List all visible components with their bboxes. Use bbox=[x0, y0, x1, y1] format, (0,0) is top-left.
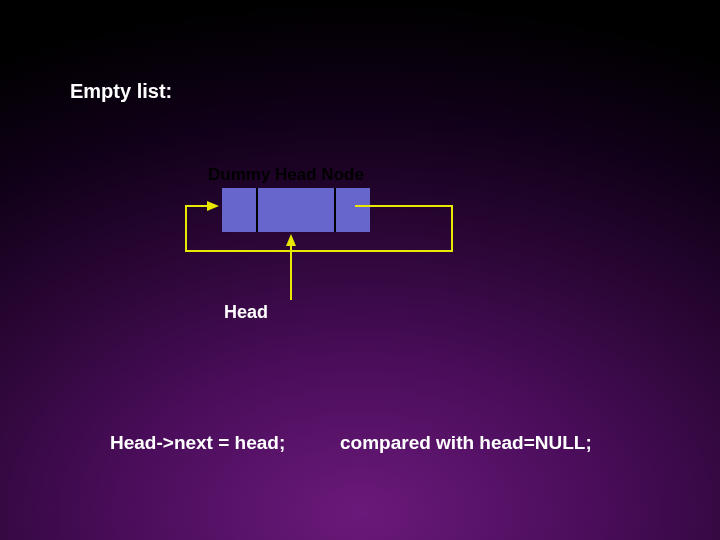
slide-title: Empty list: bbox=[70, 80, 172, 103]
loop-line bbox=[185, 205, 209, 207]
head-pointer-line bbox=[290, 245, 292, 300]
loop-line bbox=[185, 250, 453, 252]
dummy-head-node-label: Dummy Head Node bbox=[208, 165, 364, 185]
code-compare: compared with head=NULL; bbox=[340, 432, 592, 454]
loop-arrowhead-icon bbox=[207, 201, 219, 211]
slide-stage: Empty list: Dummy Head Node Head Head->n… bbox=[0, 0, 720, 540]
code-head-next: Head->next = head; bbox=[110, 432, 285, 454]
dummy-head-node bbox=[222, 188, 370, 232]
loop-line bbox=[355, 205, 453, 207]
node-divider bbox=[256, 188, 258, 232]
loop-line bbox=[451, 205, 453, 252]
loop-line bbox=[185, 205, 187, 252]
head-pointer-label: Head bbox=[224, 302, 268, 323]
node-divider bbox=[334, 188, 336, 232]
head-pointer-arrowhead-icon bbox=[286, 234, 296, 246]
